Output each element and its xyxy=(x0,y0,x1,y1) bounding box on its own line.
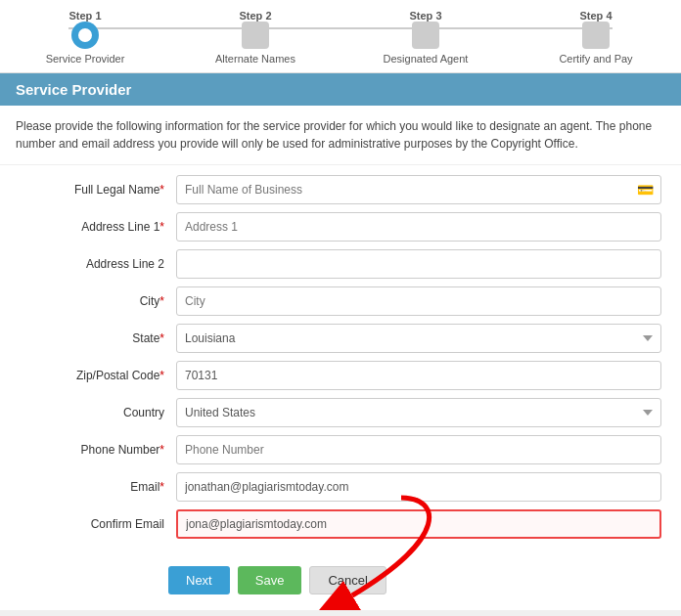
zip-row: Zip/Postal Code xyxy=(20,361,661,390)
step-4-circle xyxy=(582,22,610,49)
state-label: State xyxy=(20,331,176,345)
cancel-button[interactable]: Cancel xyxy=(309,566,386,594)
step-4: Step 4 Certify and Pay xyxy=(511,10,681,65)
address1-row: Address Line 1 xyxy=(20,212,661,242)
state-row: State Louisiana Alabama Alaska Arizona C… xyxy=(20,324,661,353)
phone-row: Phone Number xyxy=(20,435,661,464)
step-1-name: Service Provider xyxy=(46,53,125,65)
confirmemail-row: Confirm Email xyxy=(20,509,661,539)
step-4-name: Certify and Pay xyxy=(559,53,632,65)
country-select[interactable]: United States Canada United Kingdom Aust… xyxy=(176,398,661,427)
phone-label: Phone Number xyxy=(20,443,176,457)
zip-label: Zip/Postal Code xyxy=(20,369,176,382)
button-row: Next Save Cancel xyxy=(0,556,681,610)
confirmemail-label: Confirm Email xyxy=(20,517,176,531)
fullname-wrapper: 💳 xyxy=(176,175,661,204)
section-title: Service Provider xyxy=(16,81,131,98)
section-header: Service Provider xyxy=(0,73,681,106)
fullname-label: Full Legal Name xyxy=(20,183,176,197)
address1-label: Address Line 1 xyxy=(20,220,176,234)
phone-input[interactable] xyxy=(176,435,661,464)
next-button[interactable]: Next xyxy=(168,566,230,594)
step-3-num: Step 3 xyxy=(409,10,441,22)
address2-label: Address Line 2 xyxy=(20,257,176,271)
step-3: Step 3 Designated Agent xyxy=(340,10,511,65)
step-1-num: Step 1 xyxy=(68,10,101,22)
country-label: Country xyxy=(20,406,176,419)
step-3-circle xyxy=(412,22,439,49)
city-input[interactable] xyxy=(176,286,661,316)
email-row: Email xyxy=(20,472,661,502)
step-4-num: Step 4 xyxy=(579,10,612,22)
step-3-name: Designated Agent xyxy=(384,53,469,65)
country-row: Country United States Canada United King… xyxy=(20,398,661,427)
save-button[interactable]: Save xyxy=(238,566,302,594)
main-content: Service Provider Please provide the foll… xyxy=(0,73,681,610)
step-2-num: Step 2 xyxy=(239,10,271,22)
step-2-name: Alternate Names xyxy=(215,53,295,65)
form-wrapper: Full Legal Name 💳 Address Line 1 Address… xyxy=(0,165,681,610)
card-icon: 💳 xyxy=(637,182,654,198)
steps-header: Step 1 Service Provider Step 2 Alternate… xyxy=(0,0,681,73)
fullname-input[interactable] xyxy=(176,175,661,204)
state-select[interactable]: Louisiana Alabama Alaska Arizona Califor… xyxy=(176,324,661,353)
zip-input[interactable] xyxy=(176,361,661,390)
address1-input[interactable] xyxy=(176,212,661,242)
city-label: City xyxy=(20,294,176,308)
step-1-circle xyxy=(71,22,99,49)
city-row: City xyxy=(20,286,661,316)
step-1: Step 1 Service Provider xyxy=(0,10,170,65)
address2-input[interactable] xyxy=(176,249,661,279)
fullname-row: Full Legal Name 💳 xyxy=(20,175,661,204)
confirmemail-input[interactable] xyxy=(176,509,661,539)
email-label: Email xyxy=(20,480,176,494)
address2-row: Address Line 2 xyxy=(20,249,661,279)
intro-text: Please provide the following information… xyxy=(0,106,681,165)
step-2: Step 2 Alternate Names xyxy=(170,10,340,65)
email-input[interactable] xyxy=(176,472,661,502)
form-area: Full Legal Name 💳 Address Line 1 Address… xyxy=(0,165,681,556)
step-2-circle xyxy=(242,22,269,49)
